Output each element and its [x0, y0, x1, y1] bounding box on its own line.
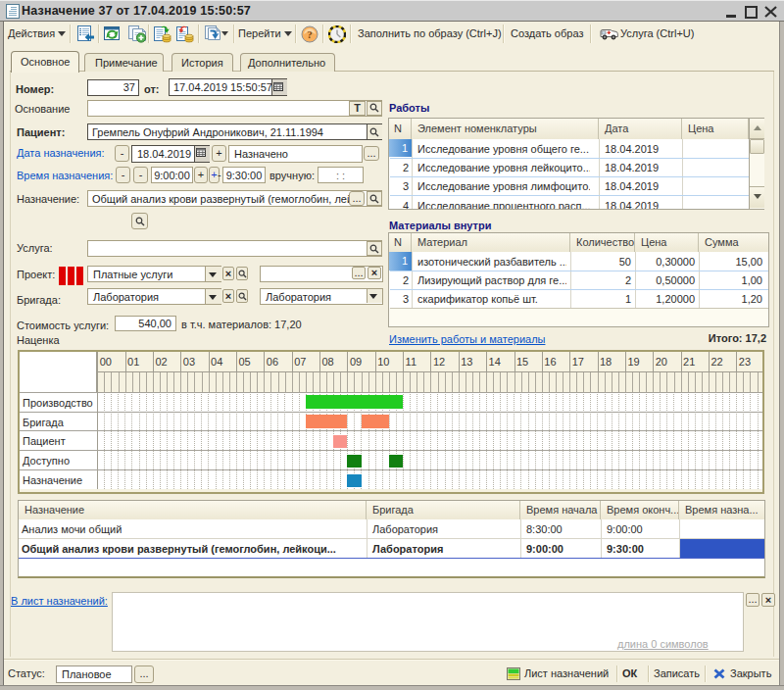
svg-text:?: ?: [307, 28, 313, 40]
